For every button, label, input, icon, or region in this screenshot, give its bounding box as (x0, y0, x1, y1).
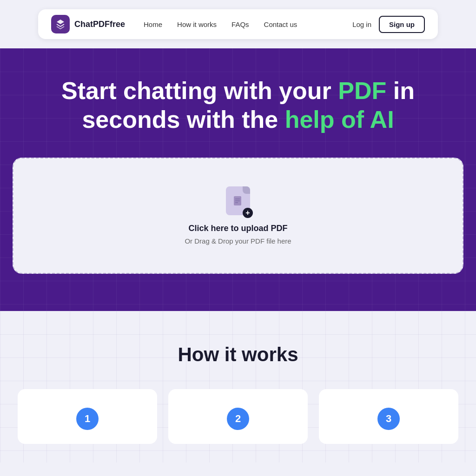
logo-icon (51, 15, 70, 33)
navbar: ChatPDFfree Home How it works FAQs Conta… (38, 9, 438, 39)
step-number-2: 2 (227, 408, 249, 430)
hero-title-part1: Start chatting with your (61, 77, 338, 104)
signup-button[interactable]: Sign up (379, 16, 425, 33)
nav-home[interactable]: Home (144, 20, 162, 28)
upload-plus-icon: + (243, 208, 253, 218)
nav-actions: Log in Sign up (352, 16, 425, 33)
step-number-3: 3 (377, 408, 400, 430)
nav-how-it-works[interactable]: How it works (177, 20, 217, 28)
hero-pdf-highlight: PDF (338, 77, 386, 104)
step-card-2: 2 (168, 389, 308, 444)
step-card-1: 1 (18, 389, 157, 444)
upload-click-label[interactable]: Click here to upload PDF (32, 224, 444, 233)
nav-faqs[interactable]: FAQs (231, 20, 249, 28)
brand-name: ChatPDFfree (74, 20, 125, 29)
upload-area[interactable]: + Click here to upload PDF Or Drag & Dro… (13, 158, 463, 274)
hero-section: Start chatting with your PDF in seconds … (0, 48, 476, 311)
upload-icon-wrapper: + (226, 186, 250, 215)
logo[interactable]: ChatPDFfree (51, 15, 125, 33)
upload-drag-label: Or Drag & Drop your PDF file here (32, 237, 444, 245)
how-section-title: How it works (9, 344, 467, 366)
how-it-works-section: How it works 1 2 3 (0, 311, 476, 463)
login-button[interactable]: Log in (352, 20, 371, 28)
nav-links: Home How it works FAQs Contact us (144, 20, 352, 28)
hero-ai-highlight: help of AI (285, 106, 394, 133)
steps-row: 1 2 3 (9, 389, 467, 444)
step-number-1: 1 (76, 408, 99, 430)
step-card-3: 3 (319, 389, 458, 444)
nav-contact[interactable]: Contact us (264, 20, 298, 28)
hero-title: Start chatting with your PDF in seconds … (9, 76, 467, 134)
